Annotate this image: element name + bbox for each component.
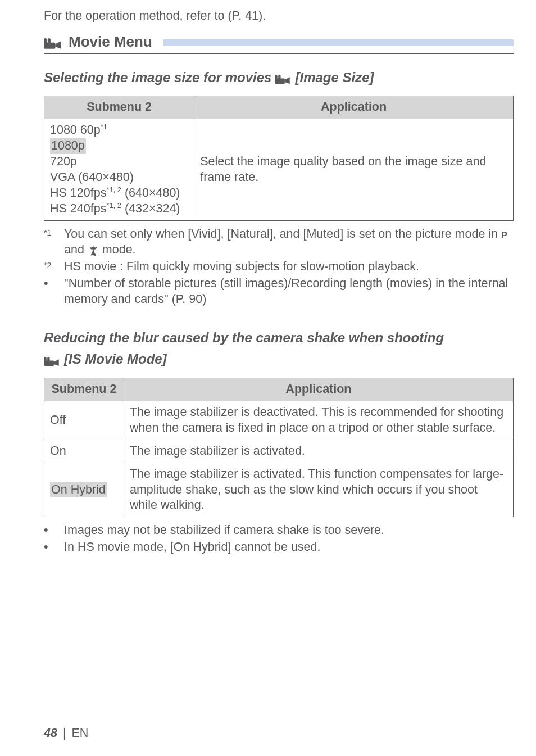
footnote-marker: • [44, 540, 64, 555]
super-macro-icon [88, 245, 99, 256]
heading-text-before: Selecting the image size for movies [44, 69, 271, 87]
footnote-marker: *2 [44, 259, 64, 275]
heading-line1: Reducing the blur caused by the camera s… [44, 329, 514, 347]
is-movie-table: Submenu 2 Application OffThe image stabi… [44, 378, 514, 518]
application-cell: The image stabilizer is activated. This … [124, 463, 513, 517]
header-accent-bar [163, 39, 514, 46]
table-row: 1080 60p*1 1080p 720p VGA (640×480) HS 1… [44, 119, 514, 221]
is-movie-heading: Reducing the blur caused by the camera s… [44, 329, 514, 369]
table-row: OffThe image stabilizer is deactivated. … [44, 401, 514, 440]
footnote-row: •In HS movie mode, [On Hybrid] cannot be… [44, 540, 514, 555]
application-cell: The image stabilizer is deactivated. Thi… [124, 401, 513, 440]
footnote-row: •Images may not be stabilized if camera … [44, 523, 514, 538]
application-cell: Select the image quality based on the im… [194, 119, 514, 221]
footnote-text: "Number of storable pictures (still imag… [64, 276, 514, 307]
col-submenu: Submenu 2 [44, 96, 194, 119]
submenu-cell: On Hybrid [44, 463, 124, 517]
table-header-row: Submenu 2 Application [44, 96, 514, 119]
heading-text-after: [Image Size] [295, 69, 374, 87]
footnote-marker: *1 [44, 227, 64, 258]
footnote-row: • "Number of storable pictures (still im… [44, 276, 514, 307]
page-separator: | [62, 726, 67, 740]
page-language: EN [72, 726, 89, 740]
movie-camera-icon [44, 354, 61, 366]
submenu-cell: Off [44, 401, 124, 440]
col-application: Application [124, 378, 513, 401]
col-submenu: Submenu 2 [44, 378, 124, 401]
movie-menu-header: Movie Menu [44, 33, 514, 54]
application-cell: The image stabilizer is activated. [124, 440, 513, 463]
movie-camera-icon [275, 71, 292, 84]
image-size-heading: Selecting the image size for movies [Ima… [44, 69, 514, 87]
p-mode-icon [501, 230, 510, 240]
movie-menu-title: Movie Menu [69, 33, 152, 51]
table-row: On HybridThe image stabilizer is activat… [44, 463, 514, 517]
submenu-cell: On [44, 440, 124, 463]
footnote-row: *1 You can set only when [Vivid], [Natur… [44, 227, 514, 258]
col-application: Application [194, 96, 514, 119]
page-number: 48 [44, 726, 57, 740]
image-size-table: Submenu 2 Application 1080 60p*1 1080p 7… [44, 96, 514, 221]
footnote-text: In HS movie mode, [On Hybrid] cannot be … [64, 540, 514, 555]
page-footer: 48 | EN [44, 726, 88, 740]
footnote-text: HS movie : Film quickly moving subjects … [64, 259, 514, 275]
table-row: OnThe image stabilizer is activated. [44, 440, 514, 463]
heading-text-after: [IS Movie Mode] [64, 350, 167, 368]
is-movie-notes: •Images may not be stabilized if camera … [44, 523, 514, 556]
movie-camera-icon [44, 34, 63, 49]
table-header-row: Submenu 2 Application [44, 378, 514, 401]
footnote-row: *2 HS movie : Film quickly moving subjec… [44, 259, 514, 275]
footnote-marker: • [44, 276, 64, 307]
submenu-cell: 1080 60p*1 1080p 720p VGA (640×480) HS 1… [44, 119, 194, 221]
footnote-marker: • [44, 523, 64, 538]
image-size-footnotes: *1 You can set only when [Vivid], [Natur… [44, 227, 514, 309]
intro-text: For the operation method, refer to (P. 4… [44, 8, 514, 24]
footnote-text: Images may not be stabilized if camera s… [64, 523, 514, 538]
footnote-text: You can set only when [Vivid], [Natural]… [64, 227, 514, 258]
